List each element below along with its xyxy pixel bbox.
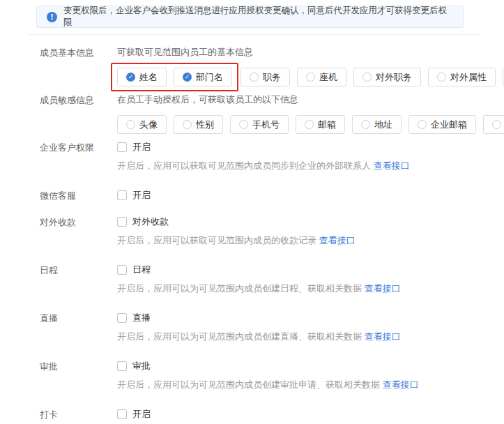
checkbox-icon[interactable] [117,217,127,227]
row-description: 开启后，应用可以为可见范围内成员创建日程、获取相关数据 查看接口 [117,282,476,295]
chip-label: 姓名 [139,71,158,84]
chip-mobile[interactable]: 手机号 [230,115,289,134]
chip-label: 企业邮箱 [431,119,467,131]
info-banner-text: 变更权限后，企业客户会收到推送消息进行应用授权变更确认，同意后代开发应用才可获得… [63,5,453,29]
row-label: 对外收款 [40,215,117,229]
divider [28,34,481,35]
basic-info-chip-group: 姓名 部门名 职务 座机 对外职务 [117,68,476,86]
row-member-sensitive-info: 成员敏感信息 在员工手动授权后，可获取该员工的以下信息 头像 性别 手机号 [40,93,476,134]
unchecked-circle-icon [126,120,135,129]
checkbox-icon[interactable] [117,313,127,323]
row-calendar: 日程 日程 开启后，应用可以为可见范围内成员创建日程、获取相关数据 查看接口 [40,264,476,295]
chip-external-position[interactable]: 对外职务 [353,68,421,86]
checkbox-label: 直播 [132,312,151,324]
chip-label: 性别 [196,119,214,131]
sensitive-info-chip-group: 头像 性别 手机号 邮箱 地址 [117,115,476,134]
checkin-checkbox[interactable]: 开启 [117,408,476,421]
row-external-payment: 对外收款 对外收款 开启后，应用可以获取可见范围内成员的收款记录 查看接口 [40,215,476,247]
row-member-basic-info: 成员基本信息 可获取可见范围内员工的基本信息 姓名 部门名 职务 [40,46,476,86]
checkbox-label: 审批 [132,360,151,372]
permission-settings-page: ! 变更权限后，企业客户会收到推送消息进行应用授权变更确认，同意后代开发应用才可… [0,0,504,424]
calendar-checkbox[interactable]: 日程 [117,264,476,276]
checkbox-label: 开启 [132,141,151,153]
row-description: 开启后，应用可以为可见范围内成员创建直播、获取相关数据 查看接口 [117,331,476,343]
chip-landline[interactable]: 座机 [297,68,346,86]
checkbox-label: 开启 [132,408,151,421]
chip-email[interactable]: 邮箱 [296,115,345,134]
chip-avatar[interactable]: 头像 [117,115,167,134]
row-label: 打卡 [40,408,117,421]
checkbox-icon[interactable] [117,409,127,419]
view-api-link[interactable]: 查看接口 [374,160,410,171]
checked-circle-icon [183,73,192,82]
chip-address[interactable]: 地址 [352,115,402,134]
row-label: 企业客户权限 [40,141,117,154]
chip-name[interactable]: 姓名 [117,68,167,86]
row-label: 直播 [40,312,117,325]
chip-label: 对外职务 [376,71,412,84]
row-description: 开启后，应用可以为可见范围内成员创建审批申请、获取相关数据 查看接口 [117,379,476,391]
row-label: 成员敏感信息 [40,93,117,107]
external-contact-checkbox[interactable]: 开启 [117,141,476,153]
unchecked-circle-icon [418,120,427,129]
unchecked-circle-icon [250,73,259,82]
unchecked-circle-icon [183,120,192,129]
checkbox-icon[interactable] [117,265,127,275]
row-label: 审批 [40,360,117,373]
unchecked-circle-icon [305,120,314,129]
unchecked-circle-icon [362,73,372,82]
checked-circle-icon [126,73,135,82]
row-live-streaming: 直播 直播 开启后，应用可以为可见范围内成员创建直播、获取相关数据 查看接口 [40,312,476,343]
chip-label: 职务 [263,71,281,84]
annotation-red-box-chips: 姓名 部门名 [111,63,238,91]
row-wechat-customer-service: 微信客服 开启 [40,189,476,202]
row-approval: 审批 审批 开启后，应用可以为可见范围内成员创建审批申请、获取相关数据 查看接口 [40,360,476,391]
checkbox-label: 日程 [132,264,151,276]
approval-checkbox[interactable]: 审批 [117,360,476,372]
row-label: 微信客服 [40,189,117,202]
info-banner: ! 变更权限后，企业客户会收到推送消息进行应用授权变更确认，同意后代开发应用才可… [36,6,464,28]
chip-label: 地址 [374,119,392,131]
checkbox-icon[interactable] [117,361,127,371]
row-description: 开启后，应用可以获取可见范围内成员的收款记录 查看接口 [117,234,476,247]
unchecked-circle-icon [361,120,370,129]
chip-department-name[interactable]: 部门名 [174,68,232,86]
checkbox-label: 对外收款 [132,215,169,228]
chip-label: 座机 [319,71,337,84]
external-payment-checkbox[interactable]: 对外收款 [117,215,476,228]
row-external-contact-permission: 企业客户权限 开启 开启后，应用可以获取可见范围内成员同步到企业的外部联系人 查… [40,141,476,172]
chip-label: 手机号 [252,119,280,131]
row-label: 日程 [40,264,117,277]
chip-biz-email[interactable]: 企业邮箱 [408,115,476,134]
live-checkbox[interactable]: 直播 [117,312,476,324]
checkbox-icon[interactable] [117,190,127,200]
view-api-link[interactable]: 查看接口 [365,331,401,342]
view-api-link[interactable]: 查看接口 [319,235,356,245]
unchecked-circle-icon [492,120,501,129]
chip-external-attribute[interactable]: 对外属性 [428,68,496,86]
info-icon: ! [47,12,57,22]
row-description: 可获取可见范围内员工的基本信息 [117,46,476,59]
wechat-kf-checkbox[interactable]: 开启 [117,189,476,202]
unchecked-circle-icon [306,73,315,82]
chip-position[interactable]: 职务 [240,68,290,86]
chip-qrcode[interactable]: 员工企业微信二维码 [483,115,504,134]
unchecked-circle-icon [239,120,248,129]
view-api-link[interactable]: 查看接口 [383,379,419,390]
checkbox-icon[interactable] [117,142,127,152]
chip-gender[interactable]: 性别 [174,115,223,134]
chip-label: 头像 [139,119,158,131]
row-description: 在员工手动授权后，可获取该员工的以下信息 [117,93,476,106]
row-description: 开启后，应用可以获取可见范围内成员同步到企业的外部联系人 查看接口 [117,160,476,172]
chip-label: 对外属性 [450,71,487,84]
checkbox-label: 开启 [132,189,151,202]
chip-label: 部门名 [196,71,223,84]
row-checkin: 打卡 开启 开启后，应用可获取可见范围内成员的打卡规则、打卡记录等数据，并为成员… [40,408,476,424]
view-api-link[interactable]: 查看接口 [365,283,401,294]
row-label: 成员基本信息 [40,46,117,59]
chip-label: 邮箱 [318,119,336,131]
unchecked-circle-icon [437,73,446,82]
